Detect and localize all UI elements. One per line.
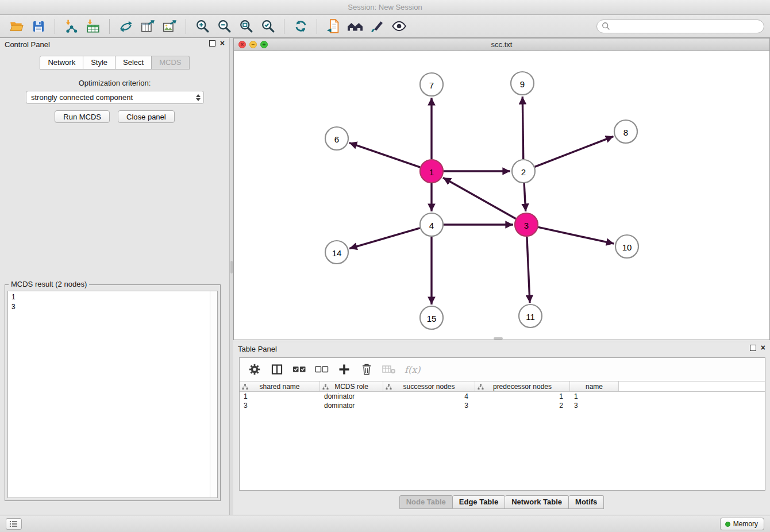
columns-icon <box>271 363 283 376</box>
show-columns-button[interactable] <box>270 363 284 376</box>
tab-style[interactable]: Style <box>83 56 116 70</box>
tab-select[interactable]: Select <box>116 56 152 70</box>
minimize-window-button[interactable]: − <box>249 41 257 48</box>
cell-successor[interactable]: 4 <box>383 392 475 401</box>
graph-node-label: 8 <box>623 128 628 137</box>
search-box[interactable] <box>596 20 764 33</box>
close-panel-action-button[interactable]: Close panel <box>118 110 175 123</box>
graph-node-2[interactable]: 2 <box>512 160 535 183</box>
column-header-successor-nodes[interactable]: successor nodes <box>383 381 475 391</box>
close-panel-button[interactable]: × <box>220 40 225 47</box>
deselect-all-button[interactable] <box>315 363 329 376</box>
close-table-panel-button[interactable]: × <box>761 345 765 351</box>
float-table-panel-button[interactable] <box>750 345 756 351</box>
delete-table-button[interactable] <box>382 363 396 376</box>
zoom-fit-button[interactable] <box>236 17 256 36</box>
cell-shared-name[interactable]: 3 <box>240 401 320 410</box>
create-column-button[interactable] <box>337 363 351 376</box>
run-mcds-button[interactable]: Run MCDS <box>55 110 110 123</box>
cell-predecessor[interactable]: 2 <box>475 401 570 410</box>
graph-edge-3-11[interactable] <box>527 237 530 303</box>
graph-node-8[interactable]: 8 <box>614 120 637 143</box>
graph-node-3[interactable]: 3 <box>515 213 538 236</box>
result-scrollbar[interactable] <box>210 291 217 498</box>
canvas-scroll-handle[interactable] <box>494 337 503 340</box>
zoom-selected-button[interactable] <box>258 17 278 36</box>
graph-edge-3-1[interactable] <box>443 178 516 218</box>
graph-edge-3-10[interactable] <box>538 227 614 244</box>
open-session-button[interactable] <box>7 17 26 36</box>
network-window-titlebar[interactable]: × − + scc.txt <box>234 38 769 51</box>
graph-node-9[interactable]: 9 <box>511 72 534 95</box>
optimization-criterion-select[interactable]: strongly connected component <box>26 91 204 104</box>
export-table-icon <box>140 19 155 34</box>
graph-node-1[interactable]: 1 <box>420 160 443 183</box>
cell-mcds-role[interactable]: dominator <box>320 392 383 401</box>
new-network-from-selection-button[interactable] <box>116 17 136 36</box>
column-header-predecessor-nodes[interactable]: predecessor nodes <box>475 381 570 391</box>
table-row[interactable]: 1 dominator 4 1 1 <box>240 392 765 401</box>
zoom-window-button[interactable]: + <box>260 41 268 48</box>
mcds-result-view[interactable]: 1 3 <box>7 291 218 498</box>
search-input[interactable] <box>613 22 759 30</box>
list-icon <box>9 520 18 528</box>
tab-motifs[interactable]: Motifs <box>569 495 604 509</box>
graph-edge-4-14[interactable] <box>349 228 420 249</box>
cell-name[interactable]: 1 <box>570 392 619 401</box>
function-builder-button[interactable]: f(x) <box>405 364 420 375</box>
export-table-button[interactable] <box>138 17 157 36</box>
tab-mcds[interactable]: MCDS <box>152 56 189 70</box>
splitter-handle[interactable] <box>230 261 233 273</box>
table-row[interactable]: 3 dominator 3 2 3 <box>240 401 765 410</box>
graph-node-15[interactable]: 15 <box>420 306 443 329</box>
tab-edge-table[interactable]: Edge Table <box>453 495 505 509</box>
graph-node-10[interactable]: 10 <box>615 235 638 258</box>
cell-shared-name[interactable]: 1 <box>240 392 320 401</box>
attribute-icon <box>386 384 392 390</box>
cell-successor[interactable]: 3 <box>383 401 475 410</box>
graph-edge-2-9[interactable] <box>522 97 523 159</box>
apply-layout-button[interactable] <box>291 17 310 36</box>
column-header-mcds-role[interactable]: MCDS role <box>320 381 383 391</box>
delete-column-button[interactable] <box>360 363 374 376</box>
memory-button[interactable]: Memory <box>720 518 764 530</box>
export-image-button[interactable] <box>160 17 179 36</box>
graph-node-14[interactable]: 14 <box>325 241 348 264</box>
cell-mcds-role[interactable]: dominator <box>320 401 383 410</box>
graph-node-6[interactable]: 6 <box>325 127 348 150</box>
cell-predecessor[interactable]: 1 <box>475 392 570 401</box>
graph-node-label: 14 <box>332 248 342 258</box>
zoom-in-button[interactable] <box>192 17 212 36</box>
column-header-name[interactable]: name <box>570 381 619 391</box>
graph-node-11[interactable]: 11 <box>519 304 542 327</box>
memory-status-icon <box>725 522 730 527</box>
select-all-button[interactable] <box>292 363 306 376</box>
graph-edge-2-3[interactable] <box>524 183 526 211</box>
graph-node-7[interactable]: 7 <box>420 73 443 96</box>
graph-edge-2-8[interactable] <box>535 136 614 167</box>
show-hide-button[interactable] <box>389 17 409 36</box>
zoom-out-button[interactable] <box>214 17 234 36</box>
copy-network-button[interactable] <box>324 17 343 36</box>
table-panel: Table Panel × <box>233 342 770 515</box>
table-toolbar: f(x) <box>240 358 765 381</box>
apply-style-button[interactable] <box>367 17 387 36</box>
home-view-button[interactable] <box>345 17 365 36</box>
graph-edge-1-6[interactable] <box>349 143 420 168</box>
tab-network[interactable]: Network <box>40 56 83 70</box>
status-menu-button[interactable] <box>6 518 22 530</box>
close-window-button[interactable]: × <box>238 41 246 48</box>
graph-node-label: 7 <box>429 80 434 90</box>
table-settings-button[interactable] <box>248 363 261 376</box>
import-network-button[interactable] <box>61 17 81 36</box>
tab-node-table[interactable]: Node Table <box>399 495 453 509</box>
float-panel-button[interactable] <box>209 40 215 47</box>
graph-node-4[interactable]: 4 <box>420 213 443 236</box>
cell-name[interactable]: 3 <box>570 401 619 410</box>
window-titlebar[interactable]: Session: New Session <box>0 0 770 15</box>
column-header-shared-name[interactable]: shared name <box>240 381 320 391</box>
tab-network-table[interactable]: Network Table <box>505 495 569 509</box>
save-session-button[interactable] <box>29 17 48 36</box>
import-table-button[interactable] <box>83 17 103 36</box>
network-canvas[interactable]: 7968124314101511 <box>234 51 769 340</box>
